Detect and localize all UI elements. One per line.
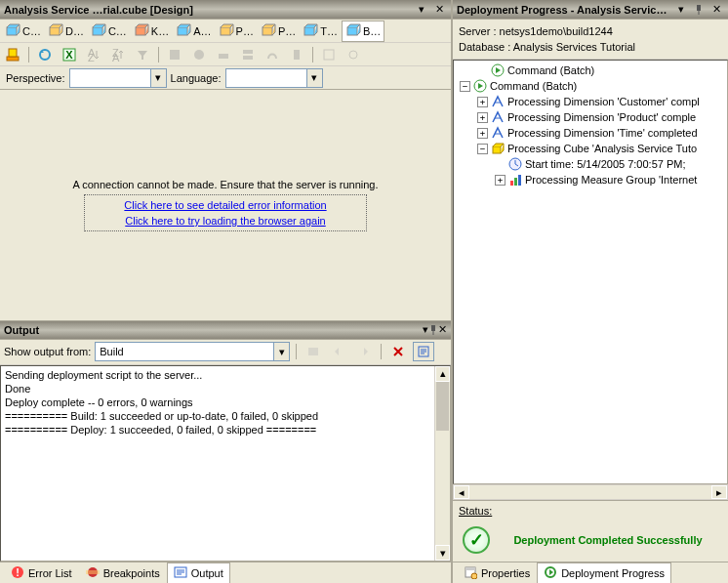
language-label: Language: xyxy=(171,72,222,84)
excel-icon[interactable]: X xyxy=(59,45,80,64)
svg-rect-27 xyxy=(308,348,318,355)
pin-icon[interactable] xyxy=(691,3,707,17)
chevron-down-icon[interactable]: ▾ xyxy=(150,69,166,87)
svg-rect-3 xyxy=(136,27,145,35)
output-titlebar: Output ▾ ✕ xyxy=(0,320,451,340)
chevron-down-icon[interactable]: ▾ xyxy=(306,69,322,87)
tree-node[interactable]: +Processing Dimension 'Product' comple xyxy=(456,109,725,125)
show-output-value: Build xyxy=(96,346,127,357)
tree-label: Processing Measure Group 'Internet xyxy=(525,174,697,186)
tool-b-icon xyxy=(188,45,210,64)
svg-rect-1 xyxy=(50,27,60,35)
cube-icon xyxy=(491,142,505,155)
tree-toggle[interactable]: − xyxy=(477,144,488,154)
left-bottom-tabs: !Error ListBreakpointsOutput xyxy=(0,562,451,583)
tool-f-icon xyxy=(286,45,307,64)
tab-deployment-progress[interactable]: Deployment Progress xyxy=(537,562,671,584)
tree-node[interactable]: +Processing Dimension 'Time' completed xyxy=(456,125,725,141)
svg-rect-23 xyxy=(294,50,300,60)
tree-node[interactable]: Start time: 5/14/2005 7:00:57 PM; xyxy=(456,156,725,172)
cube-tab-0[interactable]: C… xyxy=(2,21,44,41)
output-line: ========== Build: 1 succeeded or up-to-d… xyxy=(5,409,446,423)
cube-tab-1[interactable]: D… xyxy=(45,21,87,41)
error-icon: ! xyxy=(11,565,26,581)
show-output-combo[interactable]: Build ▾ xyxy=(95,342,290,361)
tree-node[interactable]: +Processing Dimension 'Customer' compl xyxy=(456,94,725,109)
svg-rect-4 xyxy=(178,27,187,35)
refresh-icon[interactable] xyxy=(34,45,56,64)
status-text: Deployment Completed Successfully xyxy=(498,533,718,547)
progress-tree[interactable]: Command (Batch)−Command (Batch)+Processi… xyxy=(453,60,728,484)
tree-toggle[interactable]: − xyxy=(460,81,470,92)
pin-icon[interactable] xyxy=(428,325,438,335)
cube-tab-icon xyxy=(134,23,149,39)
toolbar-2: X AZ ZA xyxy=(0,43,451,66)
status-result: ✓ Deployment Completed Successfully xyxy=(459,522,722,558)
tool-h-icon xyxy=(343,45,364,64)
tree-toggle[interactable]: + xyxy=(477,112,488,123)
tab-error-list[interactable]: !Error List xyxy=(4,562,79,584)
language-combo[interactable]: ▾ xyxy=(225,68,323,88)
tree-toggle[interactable]: + xyxy=(477,97,488,107)
cube-tab-icon xyxy=(303,23,318,39)
cube-tab-8[interactable]: B… xyxy=(342,21,384,42)
svg-rect-21 xyxy=(243,50,253,54)
tree-node[interactable]: −Command (Batch) xyxy=(456,78,725,94)
svg-rect-0 xyxy=(7,27,17,35)
svg-rect-34 xyxy=(697,5,701,11)
tool-c-icon xyxy=(213,45,234,64)
output-scrollbar[interactable]: ▴ ▾ xyxy=(434,366,450,562)
tree-toggle[interactable]: + xyxy=(477,128,488,139)
tab-breakpoints[interactable]: Breakpoints xyxy=(79,562,167,584)
perspective-combo[interactable]: ▾ xyxy=(69,68,167,88)
tree-node[interactable]: −Processing Cube 'Analysis Service Tuto xyxy=(456,141,725,156)
tree-toggle[interactable]: + xyxy=(495,175,506,186)
filter-row: Perspective: ▾ Language: ▾ xyxy=(0,66,451,90)
reload-link[interactable]: Click here to try loading the browser ag… xyxy=(124,213,326,229)
close-icon[interactable]: ✕ xyxy=(708,3,724,17)
cube-tab-3[interactable]: K… xyxy=(131,21,172,41)
tree-hscroll[interactable]: ◂▸ xyxy=(453,484,728,500)
tree-label: Processing Dimension 'Time' completed xyxy=(507,127,698,139)
left-pane: Analysis Service …rial.cube [Design] ▾ ✕… xyxy=(0,0,453,583)
chevron-down-icon[interactable]: ▾ xyxy=(273,343,289,360)
svg-point-44 xyxy=(471,573,477,579)
output-line: Deploy complete -- 0 errors, 0 warnings xyxy=(5,396,446,409)
design-surface: A connection cannot be made. Ensure that… xyxy=(0,90,451,320)
dim-icon xyxy=(491,126,505,140)
svg-rect-37 xyxy=(493,146,501,153)
svg-rect-2 xyxy=(93,27,102,35)
close-icon[interactable]: ✕ xyxy=(431,3,447,17)
output-icon xyxy=(174,565,189,581)
process-icon[interactable] xyxy=(2,45,23,64)
tab-output[interactable]: Output xyxy=(167,562,230,584)
tree-label: Command (Batch) xyxy=(507,64,594,76)
svg-rect-7 xyxy=(304,27,314,35)
tree-node[interactable]: Command (Batch) xyxy=(456,62,725,78)
cube-tab-6[interactable]: P… xyxy=(258,21,299,41)
svg-rect-32 xyxy=(86,570,100,574)
output-text[interactable]: Sending deployment script to the server.… xyxy=(0,365,451,562)
tool-e-icon xyxy=(262,45,283,64)
toggle-wrap-icon[interactable] xyxy=(413,342,434,361)
cube-tab-2[interactable]: C… xyxy=(88,21,130,41)
error-detail-link[interactable]: Click here to see detailed error informa… xyxy=(124,197,326,213)
dropdown-icon[interactable]: ▾ xyxy=(414,3,429,17)
tree-node[interactable]: +Processing Measure Group 'Internet xyxy=(456,172,725,187)
tool-g-icon xyxy=(318,45,340,64)
output-title: Output xyxy=(4,324,423,336)
cube-tab-icon xyxy=(5,23,20,39)
close-icon[interactable]: ✕ xyxy=(438,323,447,336)
cube-tab-icon xyxy=(261,23,276,39)
design-titlebar: Analysis Service …rial.cube [Design] ▾ ✕ xyxy=(0,0,451,20)
success-icon: ✓ xyxy=(463,526,490,554)
cube-tab-7[interactable]: T… xyxy=(300,21,341,41)
tab-properties[interactable]: Properties xyxy=(457,562,537,584)
cube-tab-5[interactable]: P… xyxy=(216,21,257,41)
play-icon xyxy=(491,63,505,77)
sort-desc-icon: ZA xyxy=(107,45,129,64)
cube-tab-4[interactable]: A… xyxy=(173,21,214,41)
clear-all-icon[interactable] xyxy=(387,342,409,361)
dropdown-icon[interactable]: ▾ xyxy=(673,3,689,17)
right-bottom-tabs: PropertiesDeployment Progress xyxy=(453,562,728,583)
